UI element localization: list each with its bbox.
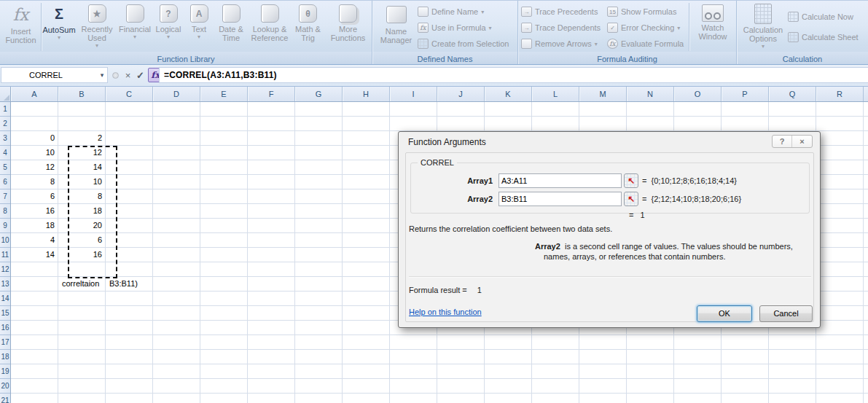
cell-A8[interactable]: 16: [11, 204, 58, 218]
row-header[interactable]: 11: [0, 248, 10, 262]
cell-A5[interactable]: 12: [11, 160, 58, 174]
recently-used-button[interactable]: ★ Recently Used ▾: [77, 1, 117, 51]
row-header[interactable]: 20: [0, 379, 10, 394]
date-time-button[interactable]: Date & Time: [214, 1, 249, 51]
define-name-button[interactable]: Define Name ▾: [418, 4, 484, 19]
column-header[interactable]: A: [11, 87, 58, 101]
row-header[interactable]: 3: [0, 131, 10, 146]
column-header[interactable]: F: [248, 87, 295, 101]
lookup-reference-button[interactable]: Lookup & Reference: [249, 1, 290, 51]
row-header[interactable]: 7: [0, 189, 10, 204]
row-header[interactable]: 2: [0, 117, 10, 131]
excel-window: fx Insert Function Σ AutoSum ▾ ★ Recentl…: [0, 0, 868, 403]
cancel-entry-button[interactable]: ×: [122, 68, 134, 82]
column-header[interactable]: K: [485, 87, 532, 101]
formula-result-value: 1: [477, 286, 482, 294]
watch-window-button[interactable]: Watch Window: [691, 1, 735, 51]
row-header[interactable]: 6: [0, 175, 10, 189]
enter-entry-button[interactable]: ✓: [134, 68, 146, 82]
calculate-now-button[interactable]: Calculate Now: [788, 9, 853, 24]
create-from-selection-icon: [418, 39, 429, 49]
column-header[interactable]: C: [106, 87, 153, 101]
remove-arrows-button[interactable]: Remove Arrows ▾: [521, 36, 598, 51]
show-formulas-button[interactable]: 15 Show Formulas: [607, 4, 676, 19]
row-header[interactable]: 10: [0, 233, 10, 248]
row-header[interactable]: 13: [0, 277, 10, 292]
row-header[interactable]: 21: [0, 394, 10, 403]
cell-B3[interactable]: 2: [58, 131, 105, 145]
logical-button[interactable]: ? Logical ▾: [152, 1, 184, 51]
array2-range-picker-icon[interactable]: ↖: [624, 192, 638, 206]
row-header[interactable]: 17: [0, 335, 10, 350]
show-formulas-icon: 15: [607, 7, 618, 17]
more-functions-button[interactable]: More Functions: [326, 1, 370, 51]
error-checking-button[interactable]: ✓ Error Checking ▾: [607, 20, 680, 35]
formula-input[interactable]: =CORREL(A3:A11,B3:B11): [159, 67, 868, 83]
name-box-dropdown-icon[interactable]: ▾: [97, 67, 107, 83]
row-header[interactable]: 8: [0, 204, 10, 219]
name-box[interactable]: CORREL: [1, 67, 108, 83]
cell-C13[interactable]: B3:B11): [106, 277, 152, 291]
column-header[interactable]: D: [153, 87, 200, 101]
ok-button[interactable]: OK: [697, 305, 752, 322]
dialog-help-button[interactable]: ?: [773, 136, 792, 147]
formula-bar-options-button[interactable]: [109, 68, 122, 82]
select-all-corner[interactable]: [0, 87, 11, 102]
calculation-options-button[interactable]: Calculation Options ▾: [740, 1, 786, 51]
row-header[interactable]: 18: [0, 350, 10, 364]
ribbon-group-formula-auditing: → Trace Precedents → Trace Dependents Re…: [518, 1, 737, 64]
column-header[interactable]: I: [390, 87, 437, 101]
column-header[interactable]: L: [532, 87, 579, 101]
column-header[interactable]: G: [295, 87, 343, 101]
help-on-function-link[interactable]: Help on this function: [409, 308, 482, 316]
row-header[interactable]: 14: [0, 292, 10, 306]
selection-marching-ants: [68, 146, 117, 278]
column-header[interactable]: E: [200, 87, 248, 101]
column-header[interactable]: J: [437, 87, 485, 101]
lookup-reference-icon: [261, 4, 279, 23]
column-header[interactable]: H: [343, 87, 390, 101]
cancel-button[interactable]: Cancel: [759, 305, 813, 322]
row-header[interactable]: 9: [0, 219, 10, 233]
row-header[interactable]: 15: [0, 306, 10, 321]
math-trig-button[interactable]: θ Math & Trig: [291, 1, 325, 51]
trace-precedents-button[interactable]: → Trace Precedents: [521, 4, 598, 19]
cell-A11[interactable]: 14: [11, 248, 58, 262]
trace-dependents-button[interactable]: → Trace Dependents: [521, 20, 601, 35]
array1-input[interactable]: [498, 173, 622, 188]
array1-range-picker-icon[interactable]: ↖: [624, 173, 638, 188]
cell-A4[interactable]: 10: [11, 146, 58, 160]
create-from-selection-button[interactable]: Create from Selection: [418, 36, 509, 51]
row-header[interactable]: 12: [0, 262, 10, 277]
use-in-formula-button[interactable]: fx Use in Formula ▾: [418, 20, 492, 35]
column-header[interactable]: B: [58, 87, 106, 101]
row-header[interactable]: 19: [0, 364, 10, 379]
row-header[interactable]: 1: [0, 102, 10, 117]
array2-input[interactable]: [498, 192, 622, 206]
financial-button[interactable]: Financial ▾: [118, 1, 152, 51]
row-header[interactable]: 4: [0, 146, 10, 160]
insert-function-button[interactable]: fx Insert Function: [1, 1, 40, 51]
column-header[interactable]: N: [627, 87, 674, 101]
column-header[interactable]: M: [579, 87, 627, 101]
row-header[interactable]: 16: [0, 321, 10, 335]
cell-B13[interactable]: correltaion: [58, 277, 105, 291]
cell-A9[interactable]: 18: [11, 219, 58, 232]
text-label: Text: [185, 25, 213, 34]
column-header[interactable]: P: [722, 87, 769, 101]
cell-A7[interactable]: 6: [11, 189, 58, 203]
column-header[interactable]: O: [674, 87, 722, 101]
evaluate-formula-button[interactable]: fx Evaluate Formula: [607, 36, 684, 51]
cell-A10[interactable]: 4: [11, 233, 58, 247]
cell-A6[interactable]: 8: [11, 175, 58, 189]
row-header[interactable]: 5: [0, 160, 10, 175]
name-manager-button[interactable]: Name Manager: [377, 1, 415, 51]
column-header[interactable]: R: [816, 87, 864, 101]
autosum-button[interactable]: Σ AutoSum ▾: [42, 1, 76, 51]
recently-used-icon: ★: [88, 4, 106, 23]
column-header[interactable]: Q: [769, 87, 816, 101]
cell-A3[interactable]: 0: [11, 131, 58, 145]
text-button[interactable]: A Text ▾: [185, 1, 213, 51]
calculate-sheet-button[interactable]: Calculate Sheet: [788, 30, 859, 44]
dialog-close-icon[interactable]: ×: [792, 136, 812, 147]
